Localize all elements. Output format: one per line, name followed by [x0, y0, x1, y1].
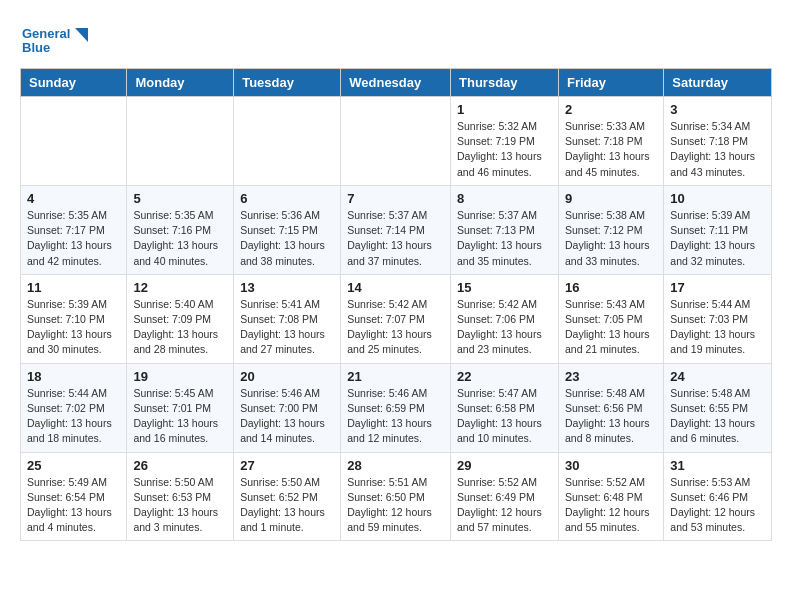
day-info: Sunrise: 5:35 AM Sunset: 7:16 PM Dayligh… — [133, 208, 227, 269]
day-info: Sunrise: 5:42 AM Sunset: 7:06 PM Dayligh… — [457, 297, 552, 358]
day-info: Sunrise: 5:44 AM Sunset: 7:03 PM Dayligh… — [670, 297, 765, 358]
day-number: 21 — [347, 369, 444, 384]
calendar-cell: 11Sunrise: 5:39 AM Sunset: 7:10 PM Dayli… — [21, 274, 127, 363]
day-info: Sunrise: 5:38 AM Sunset: 7:12 PM Dayligh… — [565, 208, 657, 269]
svg-text:General: General — [22, 26, 70, 41]
calendar-cell: 30Sunrise: 5:52 AM Sunset: 6:48 PM Dayli… — [558, 452, 663, 541]
week-row-4: 18Sunrise: 5:44 AM Sunset: 7:02 PM Dayli… — [21, 363, 772, 452]
day-info: Sunrise: 5:33 AM Sunset: 7:18 PM Dayligh… — [565, 119, 657, 180]
week-row-5: 25Sunrise: 5:49 AM Sunset: 6:54 PM Dayli… — [21, 452, 772, 541]
day-number: 24 — [670, 369, 765, 384]
day-info: Sunrise: 5:48 AM Sunset: 6:56 PM Dayligh… — [565, 386, 657, 447]
calendar-cell: 23Sunrise: 5:48 AM Sunset: 6:56 PM Dayli… — [558, 363, 663, 452]
calendar-cell — [127, 97, 234, 186]
logo: General Blue — [20, 20, 90, 60]
day-number: 31 — [670, 458, 765, 473]
calendar-cell: 31Sunrise: 5:53 AM Sunset: 6:46 PM Dayli… — [664, 452, 772, 541]
day-number: 25 — [27, 458, 120, 473]
day-number: 2 — [565, 102, 657, 117]
day-info: Sunrise: 5:49 AM Sunset: 6:54 PM Dayligh… — [27, 475, 120, 536]
day-number: 5 — [133, 191, 227, 206]
weekday-header-monday: Monday — [127, 69, 234, 97]
day-number: 8 — [457, 191, 552, 206]
calendar-cell: 12Sunrise: 5:40 AM Sunset: 7:09 PM Dayli… — [127, 274, 234, 363]
calendar-cell: 18Sunrise: 5:44 AM Sunset: 7:02 PM Dayli… — [21, 363, 127, 452]
week-row-2: 4Sunrise: 5:35 AM Sunset: 7:17 PM Daylig… — [21, 185, 772, 274]
calendar-cell: 9Sunrise: 5:38 AM Sunset: 7:12 PM Daylig… — [558, 185, 663, 274]
day-number: 19 — [133, 369, 227, 384]
calendar-cell: 4Sunrise: 5:35 AM Sunset: 7:17 PM Daylig… — [21, 185, 127, 274]
calendar-cell: 6Sunrise: 5:36 AM Sunset: 7:15 PM Daylig… — [234, 185, 341, 274]
calendar-cell: 17Sunrise: 5:44 AM Sunset: 7:03 PM Dayli… — [664, 274, 772, 363]
weekday-header-wednesday: Wednesday — [341, 69, 451, 97]
calendar-cell: 25Sunrise: 5:49 AM Sunset: 6:54 PM Dayli… — [21, 452, 127, 541]
calendar-cell: 21Sunrise: 5:46 AM Sunset: 6:59 PM Dayli… — [341, 363, 451, 452]
weekday-header-thursday: Thursday — [451, 69, 559, 97]
day-number: 1 — [457, 102, 552, 117]
day-info: Sunrise: 5:52 AM Sunset: 6:48 PM Dayligh… — [565, 475, 657, 536]
day-number: 10 — [670, 191, 765, 206]
day-number: 23 — [565, 369, 657, 384]
calendar-cell: 13Sunrise: 5:41 AM Sunset: 7:08 PM Dayli… — [234, 274, 341, 363]
calendar-cell: 2Sunrise: 5:33 AM Sunset: 7:18 PM Daylig… — [558, 97, 663, 186]
day-info: Sunrise: 5:50 AM Sunset: 6:52 PM Dayligh… — [240, 475, 334, 536]
day-number: 6 — [240, 191, 334, 206]
day-number: 18 — [27, 369, 120, 384]
day-number: 22 — [457, 369, 552, 384]
calendar-cell — [341, 97, 451, 186]
day-info: Sunrise: 5:41 AM Sunset: 7:08 PM Dayligh… — [240, 297, 334, 358]
day-info: Sunrise: 5:53 AM Sunset: 6:46 PM Dayligh… — [670, 475, 765, 536]
calendar-cell: 24Sunrise: 5:48 AM Sunset: 6:55 PM Dayli… — [664, 363, 772, 452]
day-info: Sunrise: 5:40 AM Sunset: 7:09 PM Dayligh… — [133, 297, 227, 358]
day-number: 3 — [670, 102, 765, 117]
day-info: Sunrise: 5:42 AM Sunset: 7:07 PM Dayligh… — [347, 297, 444, 358]
day-number: 29 — [457, 458, 552, 473]
day-info: Sunrise: 5:51 AM Sunset: 6:50 PM Dayligh… — [347, 475, 444, 536]
calendar-cell: 26Sunrise: 5:50 AM Sunset: 6:53 PM Dayli… — [127, 452, 234, 541]
day-number: 26 — [133, 458, 227, 473]
day-info: Sunrise: 5:35 AM Sunset: 7:17 PM Dayligh… — [27, 208, 120, 269]
calendar-cell: 15Sunrise: 5:42 AM Sunset: 7:06 PM Dayli… — [451, 274, 559, 363]
week-row-1: 1Sunrise: 5:32 AM Sunset: 7:19 PM Daylig… — [21, 97, 772, 186]
day-info: Sunrise: 5:34 AM Sunset: 7:18 PM Dayligh… — [670, 119, 765, 180]
day-number: 9 — [565, 191, 657, 206]
day-info: Sunrise: 5:37 AM Sunset: 7:14 PM Dayligh… — [347, 208, 444, 269]
day-number: 16 — [565, 280, 657, 295]
calendar-cell: 20Sunrise: 5:46 AM Sunset: 7:00 PM Dayli… — [234, 363, 341, 452]
day-info: Sunrise: 5:48 AM Sunset: 6:55 PM Dayligh… — [670, 386, 765, 447]
calendar-cell: 19Sunrise: 5:45 AM Sunset: 7:01 PM Dayli… — [127, 363, 234, 452]
calendar-cell: 16Sunrise: 5:43 AM Sunset: 7:05 PM Dayli… — [558, 274, 663, 363]
day-number: 14 — [347, 280, 444, 295]
day-info: Sunrise: 5:36 AM Sunset: 7:15 PM Dayligh… — [240, 208, 334, 269]
day-info: Sunrise: 5:46 AM Sunset: 7:00 PM Dayligh… — [240, 386, 334, 447]
calendar-cell: 27Sunrise: 5:50 AM Sunset: 6:52 PM Dayli… — [234, 452, 341, 541]
day-number: 4 — [27, 191, 120, 206]
weekday-header-tuesday: Tuesday — [234, 69, 341, 97]
calendar-cell: 8Sunrise: 5:37 AM Sunset: 7:13 PM Daylig… — [451, 185, 559, 274]
svg-text:Blue: Blue — [22, 40, 50, 55]
day-info: Sunrise: 5:37 AM Sunset: 7:13 PM Dayligh… — [457, 208, 552, 269]
calendar-table: SundayMondayTuesdayWednesdayThursdayFrid… — [20, 68, 772, 541]
calendar-cell: 28Sunrise: 5:51 AM Sunset: 6:50 PM Dayli… — [341, 452, 451, 541]
day-info: Sunrise: 5:32 AM Sunset: 7:19 PM Dayligh… — [457, 119, 552, 180]
day-number: 27 — [240, 458, 334, 473]
day-number: 15 — [457, 280, 552, 295]
calendar-cell: 7Sunrise: 5:37 AM Sunset: 7:14 PM Daylig… — [341, 185, 451, 274]
weekday-header-row: SundayMondayTuesdayWednesdayThursdayFrid… — [21, 69, 772, 97]
day-info: Sunrise: 5:39 AM Sunset: 7:11 PM Dayligh… — [670, 208, 765, 269]
weekday-header-saturday: Saturday — [664, 69, 772, 97]
calendar-cell — [234, 97, 341, 186]
calendar-cell: 3Sunrise: 5:34 AM Sunset: 7:18 PM Daylig… — [664, 97, 772, 186]
day-number: 13 — [240, 280, 334, 295]
day-number: 12 — [133, 280, 227, 295]
svg-marker-2 — [75, 28, 88, 42]
calendar-cell: 10Sunrise: 5:39 AM Sunset: 7:11 PM Dayli… — [664, 185, 772, 274]
day-info: Sunrise: 5:39 AM Sunset: 7:10 PM Dayligh… — [27, 297, 120, 358]
calendar-cell — [21, 97, 127, 186]
calendar-cell: 5Sunrise: 5:35 AM Sunset: 7:16 PM Daylig… — [127, 185, 234, 274]
day-number: 30 — [565, 458, 657, 473]
header: General Blue — [20, 20, 772, 60]
calendar-cell: 29Sunrise: 5:52 AM Sunset: 6:49 PM Dayli… — [451, 452, 559, 541]
calendar-cell: 22Sunrise: 5:47 AM Sunset: 6:58 PM Dayli… — [451, 363, 559, 452]
calendar-cell: 14Sunrise: 5:42 AM Sunset: 7:07 PM Dayli… — [341, 274, 451, 363]
